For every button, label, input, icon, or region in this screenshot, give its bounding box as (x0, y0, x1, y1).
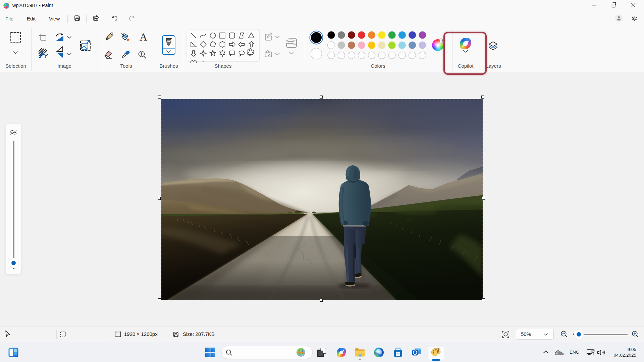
svg-text:A: A (140, 31, 147, 43)
